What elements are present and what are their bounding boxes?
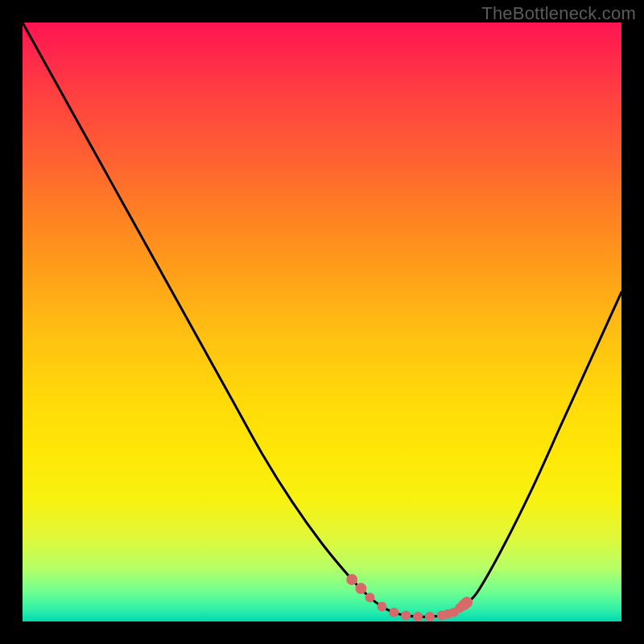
marker-dot [401,611,411,621]
bottleneck-curve [23,23,621,617]
watermark-text: TheBottleneck.com [481,3,636,24]
marker-dot [425,612,435,621]
marker-dot [377,601,386,611]
chart-frame: TheBottleneck.com [0,0,644,644]
marker-dot [346,574,357,585]
marker-dot [413,612,423,621]
plot-area [23,23,621,621]
curve-svg [23,23,621,621]
marker-dot [365,592,375,602]
marker-dot [355,583,366,594]
marker-dot [389,608,398,617]
marker-dot [461,597,473,608]
curve-markers [346,574,473,621]
